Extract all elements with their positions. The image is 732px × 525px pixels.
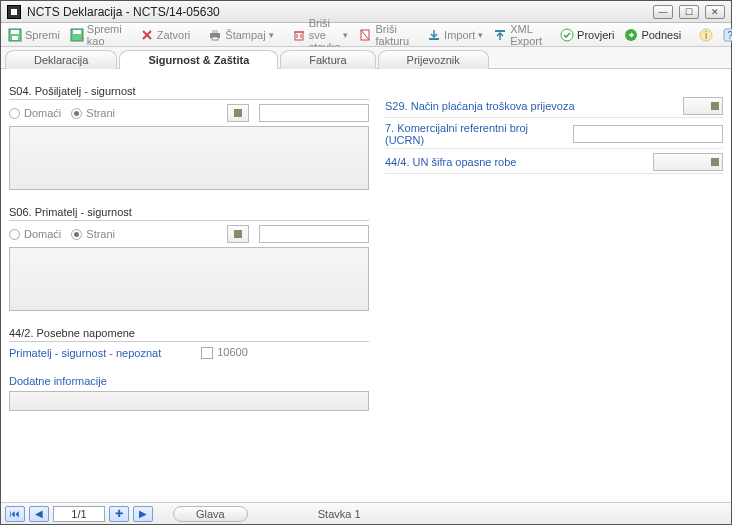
export-icon: [493, 28, 507, 42]
x-icon: [140, 28, 154, 42]
toolbar: Spremi + Spremi kao Zatvori Štampaj Briš…: [1, 23, 731, 47]
un-sifra-picker[interactable]: [653, 153, 723, 171]
radio-icon-checked: [71, 229, 82, 240]
svg-rect-20: [495, 30, 505, 32]
nav-prev-button[interactable]: ◀: [29, 506, 49, 522]
xml-export-label: XML Export: [510, 23, 542, 47]
row-nacin-placanja: S29. Način plaćanja troškova prijevoza: [385, 95, 723, 118]
info-button[interactable]: i: [696, 26, 716, 44]
help-button[interactable]: ?: [720, 26, 732, 44]
svg-rect-3: [11, 30, 19, 34]
svg-text:+: +: [80, 34, 84, 42]
app-window: NCTS Deklaracija - NCTS/14-05630 — ☐ ✕ S…: [0, 0, 732, 525]
radio-icon-checked: [71, 108, 82, 119]
svg-text:i: i: [705, 30, 707, 41]
svg-rect-12: [212, 37, 218, 40]
radio-domaci-s04[interactable]: Domaći: [9, 107, 61, 119]
radio-domaci-label: Domaći: [24, 107, 61, 119]
section-s06: S06. Primatelj - sigurnost Domaći Strani: [9, 200, 369, 311]
radio-icon: [9, 108, 20, 119]
checkbox-icon: [201, 347, 213, 359]
radio-strani-s04[interactable]: Strani: [71, 107, 115, 119]
tab-faktura[interactable]: Faktura: [280, 50, 375, 69]
tab-prijevoznik[interactable]: Prijevoznik: [378, 50, 489, 69]
delete-invoice-label: Briši fakturu: [375, 23, 409, 47]
tab-deklaracija[interactable]: Deklaracija: [5, 50, 117, 69]
content-area: S04. Pošiljatelj - sigurnost Domaći Stra…: [1, 69, 731, 502]
radio-strani-label: Strani: [86, 228, 115, 240]
tab-sigurnost-zastita[interactable]: Sigurnost & Zaštita: [119, 50, 278, 69]
dodatne-informacije-link[interactable]: Dodatne informacije: [9, 375, 369, 387]
print-button[interactable]: Štampaj: [205, 26, 276, 44]
row-un-sifra: 44/4. UN šifra opasne robe: [385, 151, 723, 174]
svg-rect-13: [295, 32, 303, 40]
statusbar: ⏮ ◀ 1/1 ✚ ▶ Glava Stavka 1: [1, 502, 731, 524]
import-icon: [427, 28, 441, 42]
divider: [9, 220, 369, 221]
close-doc-button[interactable]: Zatvori: [137, 26, 194, 44]
info-icon: i: [699, 28, 713, 42]
napomene-title: 44/2. Posebne napomene: [9, 327, 369, 339]
save-as-label: Spremi kao: [87, 23, 122, 47]
import-button[interactable]: Import: [424, 26, 486, 44]
app-icon: [7, 5, 21, 19]
floppy-icon: [8, 28, 22, 42]
komercijalni-ref-label[interactable]: 7. Komercijalni referentni broj (UCRN): [385, 122, 567, 146]
nav-first-button[interactable]: ⏮: [5, 506, 25, 522]
delete-invoice-button[interactable]: Briši fakturu: [355, 21, 412, 49]
primatelj-nepoznat-checkbox[interactable]: 10600: [201, 346, 248, 359]
save-as-button[interactable]: + Spremi kao: [67, 21, 125, 49]
s06-title: S06. Primatelj - sigurnost: [9, 206, 369, 218]
radio-strani-s06[interactable]: Strani: [71, 228, 115, 240]
close-doc-label: Zatvori: [157, 29, 191, 41]
sender-details-area[interactable]: [9, 126, 369, 190]
code-input-s04[interactable]: [259, 104, 369, 122]
print-label: Štampaj: [225, 29, 265, 41]
recipient-details-area[interactable]: [9, 247, 369, 311]
svg-text:?: ?: [727, 30, 732, 41]
nav-add-button[interactable]: ✚: [109, 506, 129, 522]
row-komercijalni-ref: 7. Komercijalni referentni broj (UCRN): [385, 120, 723, 149]
submit-button[interactable]: Podnesi: [621, 26, 684, 44]
nacin-placanja-picker[interactable]: [683, 97, 723, 115]
svg-rect-19: [429, 38, 439, 40]
minimize-button[interactable]: —: [653, 5, 673, 19]
xml-export-button[interactable]: XML Export: [490, 21, 545, 49]
primatelj-nepoznat-link[interactable]: Primatelj - sigurnost - nepoznat: [9, 347, 161, 359]
nav-next-button[interactable]: ▶: [133, 506, 153, 522]
section-napomene: 44/2. Posebne napomene Primatelj - sigur…: [9, 321, 369, 411]
radio-domaci-s06[interactable]: Domaći: [9, 228, 61, 240]
close-button[interactable]: ✕: [705, 5, 725, 19]
import-label: Import: [444, 29, 475, 41]
dodatne-informacije-input[interactable]: [9, 391, 369, 411]
floppy-plus-icon: +: [70, 28, 84, 42]
window-controls: — ☐ ✕: [653, 5, 725, 19]
primatelj-nepoznat-code: 10600: [217, 346, 248, 358]
status-stavka: Stavka 1: [296, 508, 383, 520]
submit-icon: [624, 28, 638, 42]
save-button[interactable]: Spremi: [5, 26, 63, 44]
country-picker-s04[interactable]: [227, 104, 249, 122]
verify-label: Provjeri: [577, 29, 614, 41]
save-label: Spremi: [25, 29, 60, 41]
tab-bar: Deklaracija Sigurnost & Zaštita Faktura …: [1, 47, 731, 69]
section-s04: S04. Pošiljatelj - sigurnost Domaći Stra…: [9, 79, 369, 190]
svg-rect-11: [212, 30, 218, 33]
submit-label: Podnesi: [641, 29, 681, 41]
code-input-s06[interactable]: [259, 225, 369, 243]
maximize-button[interactable]: ☐: [679, 5, 699, 19]
nacin-placanja-label[interactable]: S29. Način plaćanja troškova prijevoza: [385, 100, 677, 112]
svg-rect-1: [11, 9, 17, 15]
divider: [9, 341, 369, 342]
nav-counter[interactable]: 1/1: [53, 506, 105, 522]
un-sifra-label[interactable]: 44/4. UN šifra opasne robe: [385, 156, 647, 168]
verify-button[interactable]: Provjeri: [557, 26, 617, 44]
radio-domaci-label: Domaći: [24, 228, 61, 240]
status-glava[interactable]: Glava: [173, 506, 248, 522]
s04-title: S04. Pošiljatelj - sigurnost: [9, 85, 369, 97]
printer-icon: [208, 28, 222, 42]
country-picker-s06[interactable]: [227, 225, 249, 243]
trash-doc-icon: [358, 28, 372, 42]
komercijalni-ref-input[interactable]: [573, 125, 723, 143]
left-column: S04. Pošiljatelj - sigurnost Domaći Stra…: [9, 79, 369, 502]
